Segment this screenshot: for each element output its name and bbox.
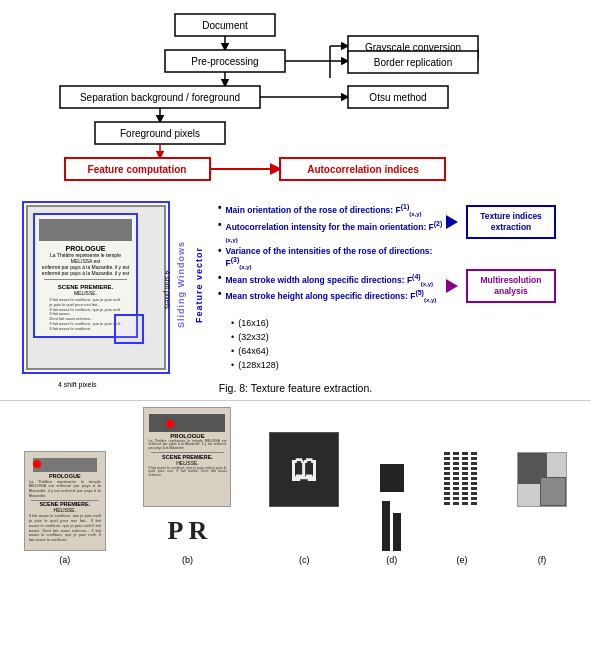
fig-img-outer: PROLOGUE La Théâtre représente le temple… [26, 205, 166, 370]
vline-4 [471, 452, 477, 507]
svg-rect-3 [165, 50, 285, 72]
bullet-size-2: • [231, 332, 234, 342]
svg-text:Border replication: Border replication [374, 57, 452, 68]
img-vertical-lines-e [444, 452, 479, 507]
book-title: PROLOGUE [65, 245, 105, 252]
label-b: (b) [182, 555, 193, 565]
bullet-4: • Mean stroke width along specific direc… [218, 273, 446, 287]
book-content-b: PROLOGUE La Théâtre représente le temple… [144, 408, 230, 506]
svg-text:Grayscale conversion: Grayscale conversion [365, 42, 461, 53]
ornament-bar [39, 219, 132, 241]
texture-arrow-icon [446, 215, 458, 229]
bullet-5: • Mean stroke height along specific dire… [218, 289, 446, 303]
sliding-windows-label: Sliding Windows [176, 205, 186, 365]
multireso-arrow-icon [446, 279, 458, 293]
bar1-d [382, 501, 390, 551]
svg-rect-14 [60, 86, 260, 108]
svg-text:Document: Document [202, 20, 248, 31]
feature-vector-label: Feature vector [194, 205, 204, 365]
bullet-2: • Autocorrelation intensity for the main… [218, 220, 446, 244]
bottom-item-d: (d) [377, 464, 407, 565]
vline-1 [444, 452, 450, 507]
fig-img-inner-blue: PROLOGUE La Théâtre représente le temple… [33, 213, 138, 338]
ornament-b [149, 414, 225, 432]
vline-2 [453, 452, 459, 507]
bullet-dot-1: • [218, 203, 222, 213]
bullet-text-4: Mean stroke width along specific directi… [226, 273, 433, 287]
svg-text:Otsu method: Otsu method [369, 92, 426, 103]
svg-rect-0 [175, 14, 275, 36]
fig-image-wrap: PROLOGUE La Théâtre représente le temple… [6, 195, 176, 370]
img-book-b: PROLOGUE La Théâtre représente le temple… [143, 407, 231, 507]
flowchart-svg: Document Pre-processing Grayscale conver… [10, 10, 581, 185]
bullet-text-2: Autocorrelation intensity for the main o… [226, 220, 446, 244]
fig-sizes: • (16x16) • (32x32) • (64x64) • (128x128… [231, 318, 446, 374]
texture-arrow-group: Texture indices extraction [446, 205, 556, 239]
size-item-2: • (32x32) [231, 332, 446, 342]
book-body-a: La Théâtre représente le temple MELISSA … [27, 480, 103, 499]
size-label-1: (16x16) [238, 318, 269, 328]
size-item-4: • (128x128) [231, 360, 446, 370]
size-label-3: (64x64) [238, 346, 269, 356]
flowchart-section: Document Pre-processing Grayscale conver… [0, 0, 591, 189]
svg-rect-23 [65, 158, 210, 180]
img-bars-d [377, 496, 407, 551]
scene-subtitle: MELISSE. [74, 290, 97, 296]
multireso-arrow-group: Multiresolution analysis [446, 269, 556, 303]
svg-rect-11 [348, 51, 478, 73]
figure-section: PROLOGUE La Théâtre représente le temple… [0, 189, 591, 394]
svg-rect-17 [348, 86, 448, 108]
fig-middle-panel: Sliding Windows Feature vector • Main or… [176, 195, 446, 374]
label-e: (e) [456, 555, 467, 565]
divider-b [151, 452, 225, 453]
shift-h-label: 4 shift pixels [58, 381, 97, 388]
figure-main: PROLOGUE La Théâtre représente le temple… [6, 195, 585, 374]
bottom-images-row: PROLOGUE La Théâtre représente le temple… [6, 407, 585, 565]
fig-bullets: • Main orientation of the rose of direct… [218, 203, 446, 306]
img-corner-f [517, 452, 567, 507]
label-d: (d) [386, 555, 397, 565]
bullet-size-1: • [231, 318, 234, 328]
shift-v-label: 4 shift pixels [164, 271, 171, 310]
bar2-d [393, 513, 401, 551]
fig-right-panel: Texture indices extraction Multiresoluti… [446, 195, 556, 303]
size-item-3: • (64x64) [231, 346, 446, 356]
img-letter-dark-c: 🕮 [269, 432, 339, 507]
size-label-2: (32x32) [238, 332, 269, 342]
multireso-box: Multiresolution analysis [466, 269, 556, 303]
book-title-a: PROLOGUE [49, 473, 80, 479]
texture-box: Texture indices extraction [466, 205, 556, 239]
ornament-a [33, 458, 97, 472]
svg-text:Feature computation: Feature computation [88, 164, 187, 175]
img-book-a: PROLOGUE La Théâtre représente le temple… [24, 451, 106, 551]
bullet-dot-2: • [218, 220, 222, 230]
bullet-dot-5: • [218, 289, 222, 299]
letter-c: 🕮 [290, 453, 318, 486]
flowchart-wrapper: Document Pre-processing Grayscale conver… [10, 10, 581, 185]
bullet-3: • Variance of the intensities of the ros… [218, 246, 446, 270]
svg-text:Separation background / foregr: Separation background / foreground [80, 92, 240, 103]
bullet-text-1: Main orientation of the rose of directio… [226, 203, 422, 217]
img-pr: P R [152, 511, 222, 551]
svg-text:Autocorrelation indices: Autocorrelation indices [307, 164, 419, 175]
book-body-b: La Théâtre représente le temple MELISSA … [146, 440, 228, 452]
svg-rect-20 [95, 122, 225, 144]
bullet-size-4: • [231, 360, 234, 370]
size-item-1: • (16x16) [231, 318, 446, 328]
label-a: (a) [59, 555, 70, 565]
bottom-item-c: 🕮 (c) [269, 432, 339, 565]
body-a2: Il fait assez le confiture, que je puis … [27, 514, 103, 543]
book-subtitle-text: La Théâtre représente le temple MELISSA … [39, 252, 132, 276]
divider1 [44, 279, 128, 280]
svg-text:Foreground pixels: Foreground pixels [120, 128, 200, 139]
bullet-dot-4: • [218, 273, 222, 283]
bottom-item-f: (f) [517, 452, 567, 565]
book-title-b: PROLOGUE [170, 433, 204, 439]
label-f: (f) [538, 555, 547, 565]
svg-rect-9 [348, 36, 478, 58]
divider-a [31, 500, 99, 501]
bottom-item-b: PROLOGUE La Théâtre représente le temple… [143, 407, 231, 565]
size-label-4: (128x128) [238, 360, 279, 370]
label-c: (c) [299, 555, 310, 565]
bottom-item-a: PROLOGUE La Théâtre représente le temple… [24, 451, 106, 565]
